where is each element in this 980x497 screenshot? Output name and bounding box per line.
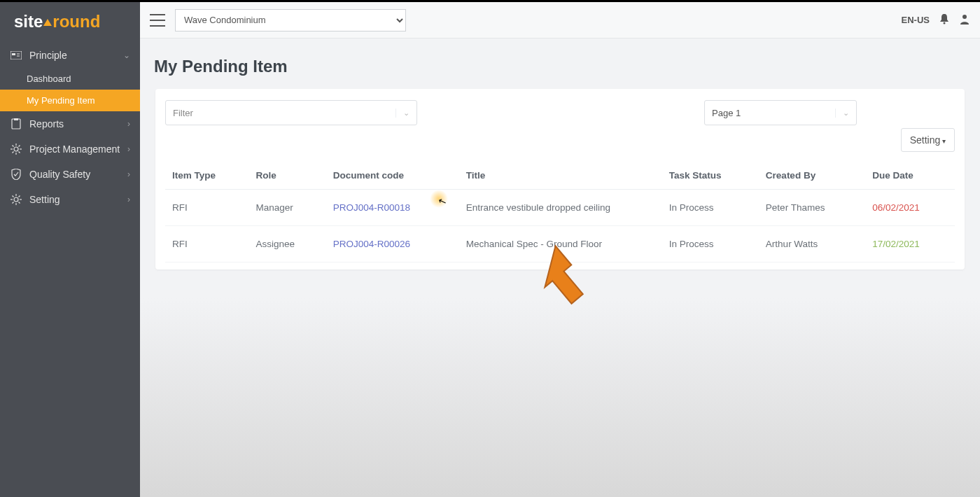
col-title[interactable]: Title <box>459 162 662 190</box>
nav-label: Quality Safety <box>29 169 90 180</box>
nav-label: Principle <box>29 50 67 61</box>
chevron-right-icon: › <box>127 144 130 154</box>
cell-title: Mechanical Spec - Ground Floor <box>459 226 662 262</box>
table-row[interactable]: RFI Assignee PROJ004-R00026 Mechanical S… <box>165 226 955 262</box>
col-document-code[interactable]: Document code <box>326 162 459 190</box>
chevron-down-icon: ⌄ <box>123 50 130 60</box>
svg-point-24 <box>944 22 946 24</box>
topbar: Wave Condominium EN-US <box>140 2 980 38</box>
col-item-type[interactable]: Item Type <box>165 162 249 190</box>
page-label: Page 1 <box>712 108 741 118</box>
cell-item-type: RFI <box>165 226 249 262</box>
cell-created-by: Peter Thames <box>759 190 865 226</box>
topbar-right: EN-US <box>902 13 970 27</box>
nav-label: Project Management <box>29 144 120 155</box>
nav-quality-safety[interactable]: Quality Safety › <box>0 162 140 187</box>
svg-rect-5 <box>14 118 18 120</box>
filter-bar: Filter ⌄ Page 1 ⌄ <box>165 100 955 125</box>
col-created-by[interactable]: Created By <box>759 162 865 190</box>
shield-icon <box>10 169 22 180</box>
svg-line-22 <box>13 202 14 204</box>
svg-line-12 <box>19 152 20 153</box>
svg-line-23 <box>19 196 20 197</box>
chevron-right-icon: › <box>127 119 130 129</box>
svg-line-20 <box>13 196 14 197</box>
cell-role: Manager <box>249 190 326 226</box>
hamburger-menu[interactable] <box>150 14 165 27</box>
chevron-right-icon: › <box>127 195 130 204</box>
user-icon[interactable] <box>959 13 970 27</box>
gear-icon <box>10 144 22 155</box>
cell-due-date: 06/02/2021 <box>865 190 955 226</box>
col-task-status[interactable]: Task Status <box>662 162 759 190</box>
nav-reports[interactable]: Reports › <box>0 111 140 136</box>
nav-sub-label: Dashboard <box>27 74 71 84</box>
nav-principle[interactable]: Principle ⌄ <box>0 43 140 68</box>
filter-dropdown[interactable]: Filter ⌄ <box>165 100 417 125</box>
id-card-icon <box>10 51 22 59</box>
project-select[interactable]: Wave Condominium <box>175 9 406 31</box>
main-content: Wave Condominium EN-US My Pending Item F… <box>140 2 980 497</box>
page-dropdown[interactable]: Page 1 ⌄ <box>704 100 857 125</box>
svg-point-25 <box>962 15 967 19</box>
svg-line-21 <box>19 202 20 204</box>
cell-due-date: 17/02/2021 <box>865 226 955 262</box>
cell-created-by: Arthur Watts <box>759 226 865 262</box>
table-setting-button[interactable]: Setting <box>901 128 955 152</box>
svg-rect-1 <box>12 53 15 55</box>
chevron-down-icon: ⌄ <box>835 108 849 118</box>
nav-sub-my-pending-item[interactable]: My Pending Item <box>0 90 140 111</box>
cell-task-status: In Process <box>662 226 759 262</box>
bell-icon[interactable] <box>939 13 949 27</box>
cell-role: Assignee <box>249 226 326 262</box>
page-title: My Pending Item <box>140 38 980 83</box>
svg-line-13 <box>13 152 14 153</box>
cell-document-code-link[interactable]: PROJ004-R00026 <box>326 226 459 262</box>
nav-sub-label: My Pending Item <box>27 95 95 106</box>
cell-document-code-link[interactable]: PROJ004-R00018 <box>326 190 459 226</box>
nav-label: Setting <box>29 194 60 205</box>
svg-point-15 <box>14 197 18 202</box>
table-header-row: Item Type Role Document code Title Task … <box>165 162 955 190</box>
clipboard-icon <box>10 118 22 130</box>
cell-task-status: In Process <box>662 190 759 226</box>
nav-sub-dashboard[interactable]: Dashboard <box>0 68 140 90</box>
nav-label: Reports <box>29 118 64 130</box>
svg-rect-4 <box>12 119 20 129</box>
cell-title: Entrance vestibule dropped ceiling <box>459 190 662 226</box>
nav-project-management[interactable]: Project Management › <box>0 136 140 162</box>
chevron-down-icon: ⌄ <box>396 108 410 118</box>
brand-triangle-icon <box>43 19 52 26</box>
content-card: Filter ⌄ Page 1 ⌄ Item Type Role Documen… <box>155 89 965 270</box>
svg-line-14 <box>19 146 20 147</box>
locale-selector[interactable]: EN-US <box>902 15 930 25</box>
table-row[interactable]: RFI Manager PROJ004-R00018 Entrance vest… <box>165 190 955 226</box>
nav-setting[interactable]: Setting › <box>0 187 140 212</box>
brand-part1: site <box>14 12 43 31</box>
pending-table: Item Type Role Document code Title Task … <box>165 162 955 262</box>
col-role[interactable]: Role <box>249 162 326 190</box>
filter-placeholder: Filter <box>173 108 193 118</box>
brand-part2: round <box>52 12 100 31</box>
brand-logo: siteround <box>0 2 140 43</box>
sidebar: siteround Principle ⌄ Dashboard My Pendi… <box>0 2 140 497</box>
cell-item-type: RFI <box>165 190 249 226</box>
col-due-date[interactable]: Due Date <box>865 162 955 190</box>
svg-line-11 <box>13 146 14 147</box>
gear-icon <box>10 194 22 205</box>
chevron-right-icon: › <box>127 169 130 179</box>
svg-point-6 <box>14 147 18 151</box>
